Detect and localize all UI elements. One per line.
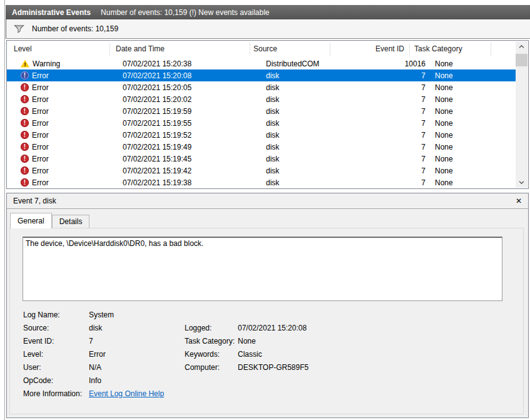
cell-date: 07/02/2021 15:20:02: [117, 95, 263, 104]
table-row[interactable]: Error 07/02/2021 15:20:08 disk 7 None: [7, 69, 516, 81]
field-row: Log Name:System: [23, 309, 164, 322]
table-row[interactable]: Error 07/02/2021 15:19:45 disk 7 None: [7, 153, 516, 165]
field-row: Source:disk: [23, 322, 164, 335]
table-row[interactable]: Error 07/02/2021 15:20:02 disk 7 None: [7, 93, 516, 105]
cell-event-id: 7: [346, 107, 431, 116]
cell-level: Error: [7, 143, 117, 151]
cell-source: disk: [263, 166, 346, 175]
pane-title: Administrative Events: [12, 8, 91, 17]
column-header-date[interactable]: Date and Time: [110, 43, 250, 56]
cell-source: DistributedCOM: [263, 59, 346, 68]
field-value: disk: [89, 324, 102, 332]
event-description-box: The device, \Device\Harddisk0\DR0, has a…: [23, 237, 502, 301]
error-icon: [21, 143, 29, 151]
cell-event-id: 7: [346, 131, 431, 140]
detail-tabs: General Details: [10, 213, 89, 228]
table-row[interactable]: Error 07/02/2021 15:19:59 disk 7 None: [7, 105, 516, 117]
vertical-scrollbar[interactable]: [516, 41, 527, 188]
event-viewer-screen: Administrative Events Number of events: …: [0, 0, 530, 420]
column-header-task-category[interactable]: Task Category: [410, 43, 491, 56]
cell-level: Error: [7, 178, 117, 187]
field-value: Classic: [238, 350, 262, 359]
warning-icon: [21, 60, 29, 68]
column-header-source[interactable]: Source: [250, 43, 330, 56]
scrollbar-thumb[interactable]: [516, 54, 527, 66]
cell-level: Error: [7, 71, 117, 80]
error-icon: [21, 166, 29, 175]
field-value: DESKTOP-GR589F5: [238, 363, 308, 372]
cell-source: disk: [263, 71, 346, 80]
field-label: Log Name:: [23, 309, 89, 322]
fields-left: Log Name:SystemSource:diskEvent ID:7Leve…: [23, 309, 164, 401]
cell-level: Warning: [7, 59, 117, 68]
field-value: Info: [89, 376, 101, 385]
field-value: System: [89, 310, 114, 319]
field-row: Logged:07/02/2021 15:20:08: [185, 322, 308, 335]
cell-date: 07/02/2021 15:20:38: [117, 59, 263, 68]
event-count-label: Number of events: 10,159: [32, 24, 118, 33]
table-row[interactable]: Error 07/02/2021 15:19:49 disk 7 None: [7, 141, 516, 153]
cell-source: disk: [263, 95, 346, 104]
field-value: None: [238, 337, 256, 346]
cell-task-category: None: [431, 59, 516, 68]
general-tab-page: The device, \Device\Harddisk0\DR0, has a…: [9, 228, 524, 414]
cell-level: Error: [7, 131, 117, 140]
table-row[interactable]: Error 07/02/2021 15:19:55 disk 7 None: [7, 117, 516, 129]
cell-level: Error: [7, 107, 117, 116]
scroll-down-icon[interactable]: [516, 177, 527, 188]
table-row[interactable]: Error 07/02/2021 15:20:05 disk 7 None: [7, 81, 516, 93]
cell-date: 07/02/2021 15:19:55: [117, 119, 263, 128]
cell-event-id: 10016: [346, 59, 431, 68]
fields-right: Logged:07/02/2021 15:20:08Task Category:…: [185, 322, 308, 374]
field-label: Event ID:: [23, 335, 89, 348]
table-row[interactable]: Error 07/02/2021 15:19:38 disk 7 None: [7, 177, 516, 188]
cell-source: disk: [263, 178, 346, 187]
field-label: Computer:: [185, 361, 238, 374]
event-log-online-help-link[interactable]: Event Log Online Help: [89, 389, 164, 398]
cell-event-id: 7: [346, 95, 431, 104]
cell-task-category: None: [431, 166, 516, 175]
cell-source: disk: [263, 119, 346, 128]
cell-task-category: None: [431, 71, 516, 80]
cell-level: Error: [7, 155, 117, 163]
cell-task-category: None: [431, 143, 516, 151]
cell-date: 07/02/2021 15:19:49: [117, 143, 263, 151]
cell-task-category: None: [431, 107, 516, 116]
tab-general[interactable]: General: [10, 213, 52, 228]
error-icon: [21, 107, 29, 115]
cell-date: 07/02/2021 15:19:38: [117, 178, 263, 187]
cell-date: 07/02/2021 15:19:52: [117, 131, 263, 140]
events-status-text: Number of events: 10,159 (!) New events …: [101, 8, 269, 17]
table-row[interactable]: Warning 07/02/2021 15:20:38 DistributedC…: [7, 58, 516, 69]
detail-panel-header: Event 7, disk ✕: [7, 193, 528, 209]
cell-task-category: None: [431, 95, 516, 104]
cell-date: 07/02/2021 15:19:45: [117, 155, 263, 163]
column-header-event-id[interactable]: Event ID: [330, 43, 410, 56]
field-row: Keywords:Classic: [185, 348, 308, 361]
error-icon: [21, 119, 29, 127]
column-header-level[interactable]: Level: [7, 43, 110, 56]
field-label: OpCode:: [23, 374, 89, 387]
pane-splitter[interactable]: [4, 0, 5, 420]
cell-event-id: 7: [346, 155, 431, 163]
field-row: OpCode:Info: [23, 374, 164, 387]
close-icon[interactable]: ✕: [516, 197, 522, 205]
field-value: N/A: [89, 363, 101, 372]
table-header: Level Date and Time Source Event ID Task…: [7, 41, 516, 58]
error-icon: [21, 71, 29, 79]
cell-date: 07/02/2021 15:19:59: [117, 107, 263, 116]
error-icon: [21, 155, 29, 163]
field-label: Source:: [23, 322, 89, 335]
cell-task-category: None: [431, 178, 516, 187]
event-detail-panel: Event 7, disk ✕ General Details The devi…: [6, 193, 529, 418]
cell-source: disk: [263, 131, 346, 140]
scroll-up-icon[interactable]: [516, 41, 527, 52]
cell-source: disk: [263, 143, 346, 151]
error-icon: [21, 131, 29, 139]
cell-level: Error: [7, 83, 117, 92]
cell-source: disk: [263, 155, 346, 163]
tab-details[interactable]: Details: [52, 215, 90, 228]
field-row: Computer:DESKTOP-GR589F5: [185, 361, 308, 374]
table-row[interactable]: Error 07/02/2021 15:19:42 disk 7 None: [7, 165, 516, 177]
table-row[interactable]: Error 07/02/2021 15:19:52 disk 7 None: [7, 129, 516, 141]
